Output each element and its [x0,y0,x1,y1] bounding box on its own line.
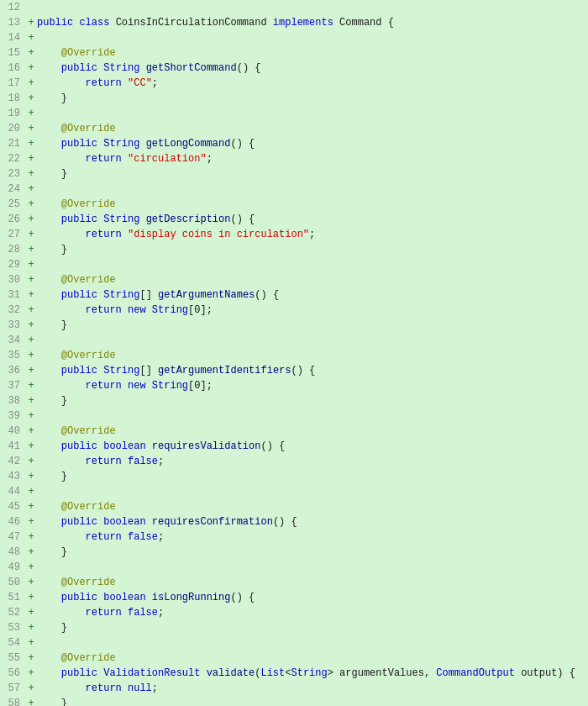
code-line-12: 12 [0,0,588,15]
line-num-31: 31 [0,287,25,303]
code-line-47: 47 + return false; [0,530,588,545]
line-content-51: public boolean isLongRunning() { [37,590,588,605]
line-content-28: } [37,242,588,257]
line-num-35: 35 [0,348,25,363]
code-line-28: 28 + } [0,242,588,257]
line-num-39: 39 [0,408,25,424]
code-line-40: 40 + @Override [0,424,588,439]
code-line-14: 14 + [0,30,588,45]
line-marker-46: + [25,514,37,530]
code-line-34: 34 + [0,333,588,348]
line-num-17: 17 [0,76,25,91]
line-num-49: 49 [0,560,25,575]
line-num-46: 46 [0,514,25,530]
line-content-40: @Override [37,424,588,439]
line-content-43: } [37,469,588,484]
code-line-49: 49 + [0,560,588,575]
line-num-56: 56 [0,666,25,681]
line-num-48: 48 [0,545,25,560]
line-marker-55: + [25,651,37,666]
line-content-21: public String getLongCommand() { [37,136,588,151]
line-num-16: 16 [0,61,25,76]
code-line-46: 46 + public boolean requiresConfirmation… [0,514,588,530]
line-content-22: return "circulation"; [37,151,588,166]
line-marker-53: + [25,620,37,635]
line-num-34: 34 [0,333,25,348]
line-marker-47: + [25,530,37,545]
line-num-19: 19 [0,106,25,121]
line-num-18: 18 [0,91,25,106]
line-marker-40: + [25,424,37,439]
line-num-50: 50 [0,575,25,590]
line-num-24: 24 [0,182,25,197]
line-marker-25: + [25,197,37,212]
code-line-30: 30 + @Override [0,272,588,287]
line-marker-58: + [25,696,37,706]
line-num-27: 27 [0,227,25,242]
line-num-22: 22 [0,151,25,166]
code-line-54: 54 + [0,635,588,651]
code-line-17: 17 + return "CC"; [0,76,588,91]
line-marker-27: + [25,227,37,242]
line-content-56: public ValidationResult validate(List<St… [37,666,588,681]
line-marker-34: + [25,333,37,348]
line-marker-21: + [25,136,37,151]
line-marker-51: + [25,590,37,605]
line-marker-14: + [25,30,37,45]
line-marker-26: + [25,212,37,227]
line-num-37: 37 [0,378,25,393]
line-content-52: return false; [37,605,588,620]
code-line-23: 23 + } [0,166,588,182]
line-num-58: 58 [0,696,25,706]
line-num-55: 55 [0,651,25,666]
line-marker-52: + [25,605,37,620]
line-content-23: } [37,166,588,182]
line-content-37: return new String[0]; [37,378,588,393]
line-marker-56: + [25,666,37,681]
line-content-46: public boolean requiresConfirmation() { [37,514,588,530]
line-content-36: public String[] getArgumentIdentifiers()… [37,363,588,378]
line-num-52: 52 [0,605,25,620]
line-content-16: public String getShortCommand() { [37,61,588,76]
code-line-24: 24 + [0,182,588,197]
line-content-45: @Override [37,499,588,514]
line-num-12: 12 [0,0,25,15]
code-line-50: 50 + @Override [0,575,588,590]
line-num-43: 43 [0,469,25,484]
line-marker-36: + [25,363,37,378]
line-content-25: @Override [37,197,588,212]
line-content-30: @Override [37,272,588,287]
line-marker-48: + [25,545,37,560]
line-num-33: 33 [0,318,25,333]
line-num-20: 20 [0,121,25,136]
line-content-13: public class CoinsInCirculationCommand i… [37,15,588,30]
code-line-33: 33 + } [0,318,588,333]
line-marker-16: + [25,61,37,76]
code-line-41: 41 + public boolean requiresValidation()… [0,439,588,454]
line-content-53: } [37,620,588,635]
code-line-57: 57 + return null; [0,681,588,696]
line-num-45: 45 [0,499,25,514]
line-content-55: @Override [37,651,588,666]
code-line-45: 45 + @Override [0,499,588,514]
line-num-25: 25 [0,197,25,212]
line-marker-20: + [25,121,37,136]
line-num-21: 21 [0,136,25,151]
line-content-50: @Override [37,575,588,590]
line-num-57: 57 [0,681,25,696]
line-marker-33: + [25,318,37,333]
line-marker-23: + [25,166,37,182]
code-line-43: 43 + } [0,469,588,484]
line-marker-43: + [25,469,37,484]
line-num-47: 47 [0,530,25,545]
code-line-13: 13 + public class CoinsInCirculationComm… [0,15,588,30]
line-num-40: 40 [0,424,25,439]
line-marker-19: + [25,106,37,121]
code-line-48: 48 + } [0,545,588,560]
line-content-26: public String getDescription() { [37,212,588,227]
code-line-56: 56 + public ValidationResult validate(Li… [0,666,588,681]
line-content-35: @Override [37,348,588,363]
code-line-55: 55 + @Override [0,651,588,666]
line-marker-17: + [25,76,37,91]
code-line-15: 15 + @Override [0,45,588,61]
